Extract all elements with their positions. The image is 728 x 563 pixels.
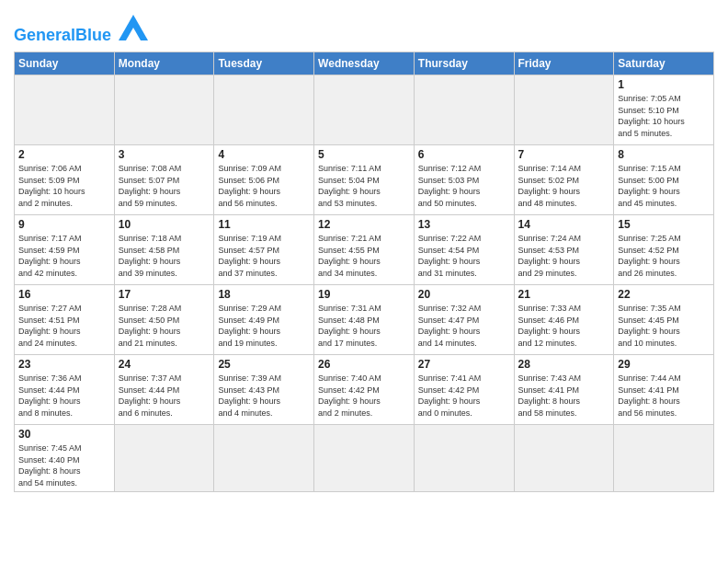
day-info: Sunrise: 7:05 AMSunset: 5:10 PMDaylight:… [618, 93, 710, 139]
calendar-cell [314, 75, 415, 145]
day-number: 23 [18, 358, 110, 371]
day-info: Sunrise: 7:45 AMSunset: 4:40 PMDaylight:… [18, 442, 110, 488]
day-info: Sunrise: 7:14 AMSunset: 5:02 PMDaylight:… [518, 163, 610, 209]
day-number: 14 [518, 218, 610, 231]
calendar-cell: 15Sunrise: 7:25 AMSunset: 4:52 PMDayligh… [614, 215, 714, 285]
day-info: Sunrise: 7:29 AMSunset: 4:49 PMDaylight:… [218, 303, 310, 349]
calendar-cell [614, 425, 714, 492]
day-number: 4 [218, 148, 310, 161]
day-number: 12 [318, 218, 410, 231]
calendar-week-4: 16Sunrise: 7:27 AMSunset: 4:51 PMDayligh… [15, 285, 714, 355]
weekday-header-wednesday: Wednesday [314, 52, 415, 75]
calendar-cell: 17Sunrise: 7:28 AMSunset: 4:50 PMDayligh… [114, 285, 214, 355]
calendar-cell: 12Sunrise: 7:21 AMSunset: 4:55 PMDayligh… [314, 215, 415, 285]
logo-icon [119, 15, 148, 40]
day-number: 29 [618, 358, 710, 371]
day-number: 26 [318, 358, 410, 371]
logo-blue: Blue [75, 26, 111, 44]
day-info: Sunrise: 7:21 AMSunset: 4:55 PMDaylight:… [318, 233, 410, 279]
day-info: Sunrise: 7:12 AMSunset: 5:03 PMDaylight:… [418, 163, 510, 209]
weekday-header-monday: Monday [114, 52, 214, 75]
calendar-cell: 27Sunrise: 7:41 AMSunset: 4:42 PMDayligh… [414, 355, 514, 425]
day-number: 3 [119, 148, 210, 161]
day-number: 24 [119, 358, 210, 371]
logo-general: General [14, 26, 75, 44]
day-number: 19 [318, 288, 410, 301]
weekday-header-friday: Friday [514, 52, 614, 75]
day-info: Sunrise: 7:11 AMSunset: 5:04 PMDaylight:… [318, 163, 410, 209]
calendar-cell: 2Sunrise: 7:06 AMSunset: 5:09 PMDaylight… [15, 145, 115, 215]
day-number: 1 [618, 78, 710, 91]
calendar-cell: 14Sunrise: 7:24 AMSunset: 4:53 PMDayligh… [514, 215, 614, 285]
calendar-cell: 20Sunrise: 7:32 AMSunset: 4:47 PMDayligh… [414, 285, 514, 355]
day-info: Sunrise: 7:17 AMSunset: 4:59 PMDaylight:… [18, 233, 110, 279]
calendar-cell: 26Sunrise: 7:40 AMSunset: 4:42 PMDayligh… [314, 355, 415, 425]
day-info: Sunrise: 7:35 AMSunset: 4:45 PMDaylight:… [618, 303, 710, 349]
day-number: 7 [518, 148, 610, 161]
calendar-cell: 6Sunrise: 7:12 AMSunset: 5:03 PMDaylight… [414, 145, 514, 215]
day-info: Sunrise: 7:27 AMSunset: 4:51 PMDaylight:… [18, 303, 110, 349]
calendar-cell: 9Sunrise: 7:17 AMSunset: 4:59 PMDaylight… [15, 215, 115, 285]
day-info: Sunrise: 7:33 AMSunset: 4:46 PMDaylight:… [518, 303, 610, 349]
logo: GeneralBlue [14, 9, 148, 44]
day-number: 28 [518, 358, 610, 371]
day-info: Sunrise: 7:32 AMSunset: 4:47 PMDaylight:… [418, 303, 510, 349]
day-info: Sunrise: 7:37 AMSunset: 4:44 PMDaylight:… [119, 373, 210, 419]
day-number: 8 [618, 148, 710, 161]
day-number: 15 [618, 218, 710, 231]
calendar-cell: 24Sunrise: 7:37 AMSunset: 4:44 PMDayligh… [114, 355, 214, 425]
day-info: Sunrise: 7:44 AMSunset: 4:41 PMDaylight:… [618, 373, 710, 419]
calendar-cell: 23Sunrise: 7:36 AMSunset: 4:44 PMDayligh… [15, 355, 115, 425]
calendar-table: SundayMondayTuesdayWednesdayThursdayFrid… [14, 52, 714, 492]
calendar-week-1: 1Sunrise: 7:05 AMSunset: 5:10 PMDaylight… [15, 75, 714, 145]
calendar-week-5: 23Sunrise: 7:36 AMSunset: 4:44 PMDayligh… [15, 355, 714, 425]
calendar-cell: 13Sunrise: 7:22 AMSunset: 4:54 PMDayligh… [414, 215, 514, 285]
day-number: 30 [18, 428, 110, 441]
calendar-cell: 16Sunrise: 7:27 AMSunset: 4:51 PMDayligh… [15, 285, 115, 355]
weekday-header-tuesday: Tuesday [214, 52, 314, 75]
calendar-cell: 19Sunrise: 7:31 AMSunset: 4:48 PMDayligh… [314, 285, 415, 355]
day-number: 10 [119, 218, 210, 231]
day-info: Sunrise: 7:06 AMSunset: 5:09 PMDaylight:… [18, 163, 110, 209]
calendar-cell [314, 425, 415, 492]
day-info: Sunrise: 7:43 AMSunset: 4:41 PMDaylight:… [518, 373, 610, 419]
calendar-cell: 29Sunrise: 7:44 AMSunset: 4:41 PMDayligh… [614, 355, 714, 425]
weekday-header-sunday: Sunday [15, 52, 115, 75]
calendar-cell: 1Sunrise: 7:05 AMSunset: 5:10 PMDaylight… [614, 75, 714, 145]
calendar-cell [114, 75, 214, 145]
day-number: 21 [518, 288, 610, 301]
calendar-cell: 21Sunrise: 7:33 AMSunset: 4:46 PMDayligh… [514, 285, 614, 355]
calendar-cell: 22Sunrise: 7:35 AMSunset: 4:45 PMDayligh… [614, 285, 714, 355]
day-number: 13 [418, 218, 510, 231]
day-info: Sunrise: 7:24 AMSunset: 4:53 PMDaylight:… [518, 233, 610, 279]
calendar-cell: 4Sunrise: 7:09 AMSunset: 5:06 PMDaylight… [214, 145, 314, 215]
day-info: Sunrise: 7:22 AMSunset: 4:54 PMDaylight:… [418, 233, 510, 279]
calendar-cell: 11Sunrise: 7:19 AMSunset: 4:57 PMDayligh… [214, 215, 314, 285]
calendar-week-2: 2Sunrise: 7:06 AMSunset: 5:09 PMDaylight… [15, 145, 714, 215]
calendar-cell [414, 425, 514, 492]
day-info: Sunrise: 7:40 AMSunset: 4:42 PMDaylight:… [318, 373, 410, 419]
day-number: 20 [418, 288, 510, 301]
day-number: 18 [218, 288, 310, 301]
weekday-header-thursday: Thursday [414, 52, 514, 75]
calendar-cell [414, 75, 514, 145]
calendar-cell: 18Sunrise: 7:29 AMSunset: 4:49 PMDayligh… [214, 285, 314, 355]
calendar-cell [214, 425, 314, 492]
calendar-week-6: 30Sunrise: 7:45 AMSunset: 4:40 PMDayligh… [15, 425, 714, 492]
day-number: 6 [418, 148, 510, 161]
day-number: 5 [318, 148, 410, 161]
day-number: 25 [218, 358, 310, 371]
calendar-cell [514, 425, 614, 492]
calendar-cell [214, 75, 314, 145]
day-number: 16 [18, 288, 110, 301]
weekday-header-saturday: Saturday [614, 52, 714, 75]
calendar-cell: 30Sunrise: 7:45 AMSunset: 4:40 PMDayligh… [15, 425, 115, 492]
calendar-cell: 3Sunrise: 7:08 AMSunset: 5:07 PMDaylight… [114, 145, 214, 215]
calendar-cell: 28Sunrise: 7:43 AMSunset: 4:41 PMDayligh… [514, 355, 614, 425]
day-info: Sunrise: 7:31 AMSunset: 4:48 PMDaylight:… [318, 303, 410, 349]
calendar-cell: 7Sunrise: 7:14 AMSunset: 5:02 PMDaylight… [514, 145, 614, 215]
page: GeneralBlue SundayMondayTuesdayWednesday… [0, 0, 728, 501]
header: GeneralBlue [14, 9, 714, 44]
day-info: Sunrise: 7:19 AMSunset: 4:57 PMDaylight:… [218, 233, 310, 279]
day-number: 9 [18, 218, 110, 231]
